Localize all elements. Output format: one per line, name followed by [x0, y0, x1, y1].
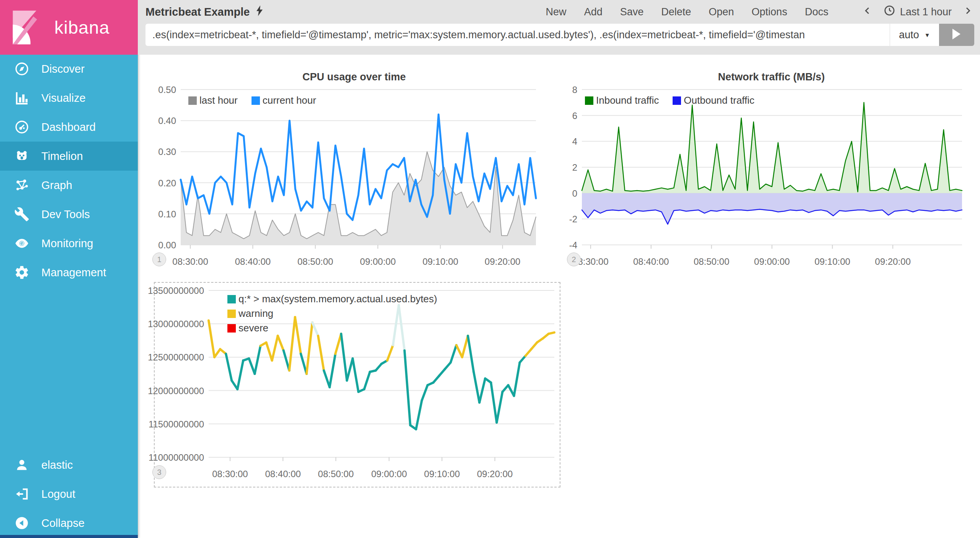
interval-select[interactable]: auto ▼ — [890, 24, 939, 46]
legend-label: last hour — [199, 95, 238, 106]
legend-swatch-icon — [227, 324, 236, 333]
svg-text:-4: -4 — [569, 240, 577, 250]
sidebar-item-collapse[interactable]: Collapse — [0, 509, 138, 538]
chart-legend-cpu: last hourcurrent hour — [188, 95, 316, 106]
toolbar-menu: New Add Save Delete Open Options Docs La… — [546, 2, 972, 19]
svg-text:09:20:00: 09:20:00 — [485, 256, 520, 267]
legend-swatch-icon — [585, 96, 593, 105]
query-input[interactable] — [145, 29, 890, 41]
new-button[interactable]: New — [546, 6, 567, 18]
legend-swatch-icon — [673, 96, 681, 105]
bar-chart-icon — [14, 90, 30, 106]
legend-item: Outbound traffic — [673, 95, 755, 106]
svg-text:11000000000: 11000000000 — [149, 452, 204, 463]
legend-item: current hour — [252, 95, 316, 106]
svg-text:0.00: 0.00 — [158, 240, 176, 250]
legend-label: severe — [238, 322, 268, 334]
chart-badge-2: 2 — [567, 253, 581, 266]
timelion-query-bar: auto ▼ — [145, 24, 974, 46]
add-button[interactable]: Add — [584, 6, 603, 18]
legend-label: q:* > max(system.memory.actual.used.byte… — [238, 293, 437, 305]
options-button[interactable]: Options — [751, 6, 787, 18]
timelion-icon — [14, 148, 30, 164]
sidebar-item-management[interactable]: Management — [0, 258, 138, 287]
sidebar-item-graph[interactable]: Graph — [0, 171, 138, 200]
time-range-label: Last 1 hour — [900, 6, 952, 18]
sidebar-item-label: elastic — [41, 459, 73, 471]
svg-text:09:10:00: 09:10:00 — [815, 256, 850, 267]
sidebar-footer: elastic Logout Collapse — [0, 450, 138, 538]
svg-text:6: 6 — [572, 111, 577, 121]
sidebar: kibana Discover Visualize Dashboard Time… — [0, 0, 138, 538]
save-button[interactable]: Save — [620, 6, 644, 18]
svg-text:09:00:00: 09:00:00 — [360, 256, 395, 267]
sidebar-item-timelion[interactable]: Timelion — [0, 142, 138, 171]
sidebar-item-label: Dev Tools — [41, 208, 90, 221]
time-picker-button[interactable]: Last 1 hour — [884, 5, 952, 19]
svg-text:2: 2 — [572, 162, 577, 173]
svg-text:12500000000: 12500000000 — [148, 352, 204, 362]
chart-title-cpu: CPU usage over time — [145, 71, 563, 83]
svg-text:12000000000: 12000000000 — [148, 386, 204, 396]
svg-text:0: 0 — [572, 188, 577, 199]
collapse-icon — [14, 515, 30, 531]
sidebar-item-label: Collapse — [41, 517, 85, 530]
wrench-icon — [14, 206, 30, 222]
dashboard-icon — [14, 119, 30, 135]
chart-badge-3: 3 — [152, 465, 166, 479]
time-forward-button[interactable] — [963, 5, 972, 19]
delete-button[interactable]: Delete — [661, 6, 691, 18]
sidebar-item-discover[interactable]: Discover — [0, 54, 138, 83]
svg-text:8: 8 — [572, 85, 577, 95]
sidebar-item-monitoring[interactable]: Monitoring — [0, 229, 138, 258]
docs-button[interactable]: Docs — [805, 6, 828, 18]
menubar: Metricbeat Example New Add Save Delete O… — [138, 0, 980, 21]
play-icon — [952, 29, 961, 41]
svg-text:13000000000: 13000000000 — [148, 319, 204, 329]
logout-icon — [14, 486, 30, 502]
sidebar-nav: Discover Visualize Dashboard Timelion Gr… — [0, 54, 138, 287]
svg-text:09:10:00: 09:10:00 — [424, 469, 460, 479]
svg-text:4: 4 — [572, 136, 577, 147]
svg-text:0.50: 0.50 — [158, 85, 176, 95]
legend-swatch-icon — [252, 96, 260, 105]
sidebar-item-label: Dashboard — [41, 121, 96, 134]
chart-badge-1: 1 — [152, 253, 166, 266]
clock-icon — [884, 5, 895, 19]
svg-text:09:20:00: 09:20:00 — [875, 256, 911, 267]
legend-item: q:* > max(system.memory.actual.used.byte… — [227, 293, 437, 305]
sheet-title-text: Metricbeat Example — [145, 6, 250, 18]
sidebar-item-dashboard[interactable]: Dashboard — [0, 112, 138, 142]
sidebar-item-logout[interactable]: Logout — [0, 479, 138, 509]
time-back-button[interactable] — [863, 5, 872, 19]
svg-text:0.40: 0.40 — [158, 116, 176, 126]
legend-label: Outbound traffic — [684, 95, 755, 106]
svg-text:09:00:00: 09:00:00 — [371, 469, 407, 479]
svg-text:08:40:00: 08:40:00 — [633, 256, 669, 267]
svg-text:09:00:00: 09:00:00 — [754, 256, 790, 267]
sidebar-item-dev-tools[interactable]: Dev Tools — [0, 200, 138, 229]
sheet-title: Metricbeat Example — [145, 2, 264, 19]
sidebar-item-user[interactable]: elastic — [0, 450, 138, 479]
sidebar-item-label: Visualize — [41, 92, 86, 104]
interval-value: auto — [899, 29, 919, 41]
time-navigation: Last 1 hour — [863, 5, 972, 19]
svg-text:08:50:00: 08:50:00 — [297, 256, 333, 267]
svg-text:08:40:00: 08:40:00 — [265, 469, 301, 479]
legend-item: Inbound traffic — [585, 95, 659, 106]
graph-icon — [14, 177, 30, 193]
sidebar-item-label: Discover — [41, 63, 85, 75]
svg-text:0.20: 0.20 — [158, 178, 176, 188]
legend-item: last hour — [188, 95, 238, 106]
open-button[interactable]: Open — [709, 6, 734, 18]
legend-label: warning — [238, 308, 273, 320]
chart-title-network: Network traffic (MB/s) — [563, 71, 980, 83]
svg-text:0.10: 0.10 — [158, 209, 176, 219]
chart-legend-memory: q:* > max(system.memory.actual.used.byte… — [227, 293, 437, 334]
sidebar-item-visualize[interactable]: Visualize — [0, 83, 138, 112]
kibana-logo[interactable]: kibana — [0, 0, 138, 55]
sidebar-item-label: Graph — [41, 179, 72, 192]
kibana-logo-icon — [8, 8, 44, 47]
run-button[interactable] — [939, 24, 974, 46]
legend-label: current hour — [263, 95, 316, 106]
